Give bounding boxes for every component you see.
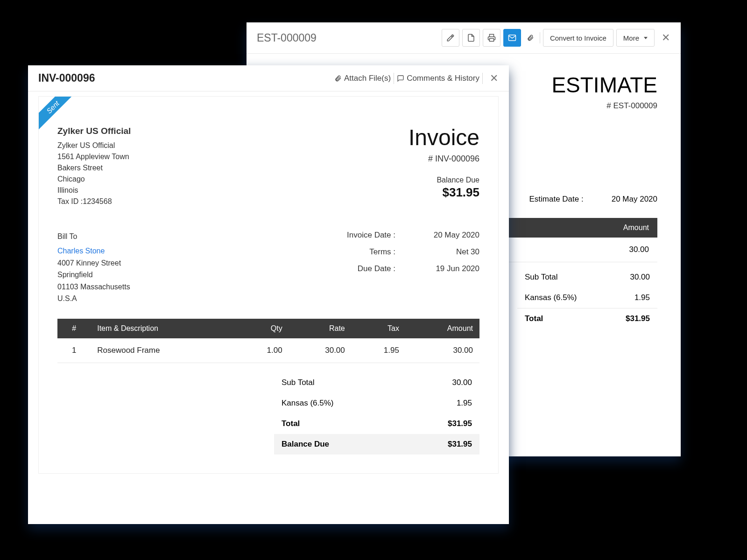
invoice-meta: Invoice Date : 20 May 2020 Terms : Net 3…	[347, 231, 479, 305]
balance-due-row-label: Balance Due	[282, 440, 329, 449]
est-tax-label: Kansas (6.5%)	[525, 293, 577, 302]
convert-to-invoice-button[interactable]: Convert to Invoice	[543, 29, 613, 47]
more-button[interactable]: More	[616, 29, 655, 47]
total-value: $31.95	[448, 419, 472, 428]
col-amount: Amount	[406, 319, 479, 338]
balance-due-value: $31.95	[409, 185, 479, 200]
edit-button[interactable]	[442, 29, 459, 47]
invoice-panel: INV-000096 Attach File(s) Comments & His…	[28, 65, 509, 524]
est-subtotal-label: Sub Total	[525, 273, 558, 282]
attach-file-button[interactable]: Attach File(s)	[334, 74, 391, 83]
subtotal-label: Sub Total	[282, 378, 315, 387]
invoice-header: INV-000096 Attach File(s) Comments & His…	[28, 65, 509, 91]
est-total-value: $31.95	[626, 314, 650, 323]
col-rate: Rate	[289, 319, 352, 338]
close-icon[interactable]: ✕	[489, 74, 499, 83]
sent-banner: Sent	[39, 97, 72, 130]
invoice-doc-number: # INV-000096	[409, 154, 479, 164]
est-tax-value: 1.95	[634, 293, 650, 302]
estimate-date-value: 20 May 2020	[612, 195, 657, 204]
invoice-toolbar: Attach File(s) Comments & History ✕	[334, 73, 499, 84]
table-row: 1 Rosewood Frame 1.00 30.00 1.95 30.00	[57, 338, 479, 363]
estimate-toolbar: Convert to Invoice More ✕	[442, 29, 670, 47]
estimate-date-label: Estimate Date :	[529, 195, 583, 204]
print-button[interactable]	[483, 29, 500, 47]
subtotal-value: 30.00	[452, 378, 472, 387]
col-item: Item & Description	[91, 319, 234, 338]
attachment-button[interactable]	[524, 29, 537, 46]
invoice-items-table: # Item & Description Qty Rate Tax Amount…	[57, 319, 479, 363]
from-address: Zylker US Official Zylker US Official 15…	[57, 125, 131, 207]
customer-link[interactable]: Charles Stone	[57, 245, 130, 257]
email-button[interactable]	[503, 29, 521, 47]
tax-value: 1.95	[457, 399, 472, 408]
close-icon[interactable]: ✕	[661, 33, 670, 42]
est-subtotal-value: 30.00	[630, 273, 650, 282]
invoice-title: INV-000096	[38, 72, 334, 84]
col-tax: Tax	[352, 319, 406, 338]
balance-due-label: Balance Due	[409, 176, 479, 184]
total-label: Total	[282, 419, 300, 428]
col-amount: Amount	[509, 218, 657, 238]
estimate-header: EST-000009 Convert to Invoice More ✕	[247, 22, 681, 54]
comments-history-button[interactable]: Comments & History	[397, 74, 479, 83]
bill-to-block: Bill To Charles Stone 4007 Kinney Street…	[57, 231, 130, 305]
estimate-title: EST-000009	[257, 32, 442, 44]
col-qty: Qty	[235, 319, 289, 338]
tax-label: Kansas (6.5%)	[282, 399, 334, 408]
est-total-label: Total	[525, 314, 543, 323]
pdf-button[interactable]	[462, 29, 480, 47]
invoice-doc-title: Invoice	[409, 125, 479, 150]
col-hash: #	[57, 319, 91, 338]
divider	[540, 32, 540, 43]
balance-due-row-value: $31.95	[448, 440, 472, 449]
